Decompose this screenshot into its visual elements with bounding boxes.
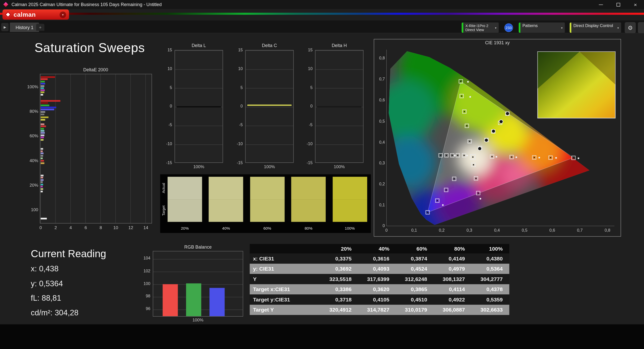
cie-x-tick: 0,5	[518, 228, 531, 233]
table-cell: 0,4105	[358, 296, 396, 302]
deltae-bar	[41, 191, 42, 192]
deltae-x-tick: 10	[108, 225, 123, 230]
table-cell: 0,4510	[396, 296, 434, 302]
deltae-bar	[41, 114, 45, 115]
delta-l-title: Delta L	[192, 43, 206, 48]
cie-target-dot	[437, 200, 438, 201]
cie-target-dot	[511, 156, 512, 158]
patterns-dropdown[interactable]: Patterns ▼	[518, 22, 565, 33]
add-tab-button[interactable]: +	[36, 24, 44, 31]
target-swatch	[209, 199, 243, 222]
display-control-label: Direct Display Control	[571, 23, 615, 33]
deltae-bar	[41, 158, 43, 159]
swatch-label: 20%	[168, 226, 202, 231]
minimize-icon	[599, 4, 603, 5]
history-flyout-button[interactable]: ▶	[1, 23, 9, 31]
minimize-button[interactable]	[592, 0, 609, 9]
mini-y-tick: -5	[230, 123, 243, 127]
table-cell: 0,3718	[320, 296, 358, 302]
deltae-bar	[41, 100, 60, 102]
actual-swatch	[291, 177, 326, 199]
deltae-bar	[41, 85, 45, 87]
deltae-y-tick: 80%	[16, 109, 38, 114]
cie-y-tick: 0,5	[375, 119, 385, 123]
mini-y-tick: 10	[159, 66, 172, 71]
target-swatch	[250, 199, 284, 222]
rgb-balance-title: RGB Balance	[184, 244, 212, 249]
rgb-x-label: 100%	[191, 317, 205, 322]
actual-swatch	[250, 177, 284, 199]
mini-y-tick: 15	[230, 48, 243, 52]
cie-measured-dot	[480, 198, 481, 200]
tab-history-1[interactable]: History 1	[10, 23, 39, 32]
table-cell: 0,4378	[472, 286, 509, 292]
cie-target-dot	[460, 81, 461, 82]
table-row-label: x: CIE31	[250, 255, 320, 261]
cie-target-dot	[573, 157, 574, 159]
swatch-column	[332, 177, 367, 222]
table-row: y: CIE310,36920,40930,45240,49790,5364	[250, 264, 509, 274]
deltae-x-tick: 14	[138, 225, 153, 230]
table-cell: 0,4524	[396, 266, 434, 272]
mini-y-tick: 15	[299, 48, 313, 52]
cie-target-dot	[491, 156, 493, 157]
delta-l-x-label: 100%	[174, 164, 223, 169]
mini-y-tick: 0	[299, 104, 313, 108]
deltae-bar	[41, 87, 44, 89]
chevron-down-icon: ▼	[615, 23, 621, 33]
cie-target-dot	[446, 155, 447, 156]
cie-y-tick: 0,4	[375, 140, 385, 144]
calman-menu-button[interactable]: calman ▼	[3, 9, 69, 20]
cie-y-tick: 0,8	[375, 56, 385, 60]
table-cell: 323,5518	[320, 276, 358, 282]
table-cell: 304,2777	[472, 276, 509, 282]
deltae-y-tick: 20%	[16, 183, 38, 187]
chevron-down-icon: ▼	[493, 23, 499, 33]
table-header-cell: 80%	[434, 246, 471, 252]
delta-c-x-label: 100%	[245, 164, 294, 169]
mini-y-tick: 10	[230, 66, 243, 71]
deltae-bar	[41, 137, 44, 138]
deltae-bar	[41, 83, 45, 84]
swatch-column	[168, 177, 202, 222]
cie-measured-dot	[496, 156, 497, 158]
target-swatch	[168, 199, 202, 222]
deltae-bar	[41, 162, 45, 164]
cie-target-dot	[472, 156, 474, 158]
table-cell: 0,4093	[358, 266, 396, 272]
close-button[interactable]: ×	[627, 0, 644, 9]
mini-y-tick: -10	[299, 142, 313, 146]
patterns-label: Patterns	[520, 23, 559, 33]
actual-swatch	[168, 177, 202, 199]
delta-c-title: Delta C	[262, 43, 277, 48]
deltae-bar	[41, 123, 45, 125]
deltae-bar	[41, 188, 43, 190]
rgb-bar	[186, 283, 201, 316]
delta-h-title: Delta H	[332, 43, 347, 48]
rgb-bar	[209, 288, 225, 316]
cie-x-tick: 0,3	[463, 228, 476, 233]
cie-target-dot	[466, 125, 468, 126]
meter-dropdown[interactable]: X-Rite i1Pro 2 Direct View ▼	[461, 22, 499, 33]
overflow-button[interactable]	[638, 22, 644, 33]
cie-measured-circle	[484, 138, 488, 142]
table-row: Y323,5518317,6399312,6248308,1327304,277…	[250, 274, 509, 284]
deltae-bar	[41, 107, 56, 108]
cie-x-tick: 0	[380, 228, 393, 233]
cie-y-tick: 0,7	[375, 77, 385, 81]
deltae-bar	[41, 155, 43, 157]
cie-measured-dot	[469, 96, 471, 98]
rgb-y-tick: 102	[136, 269, 150, 273]
cie-target-dot	[446, 189, 447, 190]
deltae-bar	[41, 105, 49, 106]
cie-measured-dot	[538, 157, 540, 158]
delta-line	[176, 106, 221, 107]
settings-button[interactable]: ⚙	[625, 22, 636, 33]
deltae-bar	[41, 218, 47, 219]
cie-target-dot	[534, 157, 535, 158]
table-header-row: 20%40%60%80%100%	[250, 244, 509, 253]
table-header-cell: 20%	[320, 246, 358, 252]
maximize-button[interactable]	[610, 0, 627, 9]
display-control-dropdown[interactable]: Direct Display Control ▼	[569, 22, 621, 33]
deltae-x-tick: 4	[63, 225, 78, 230]
